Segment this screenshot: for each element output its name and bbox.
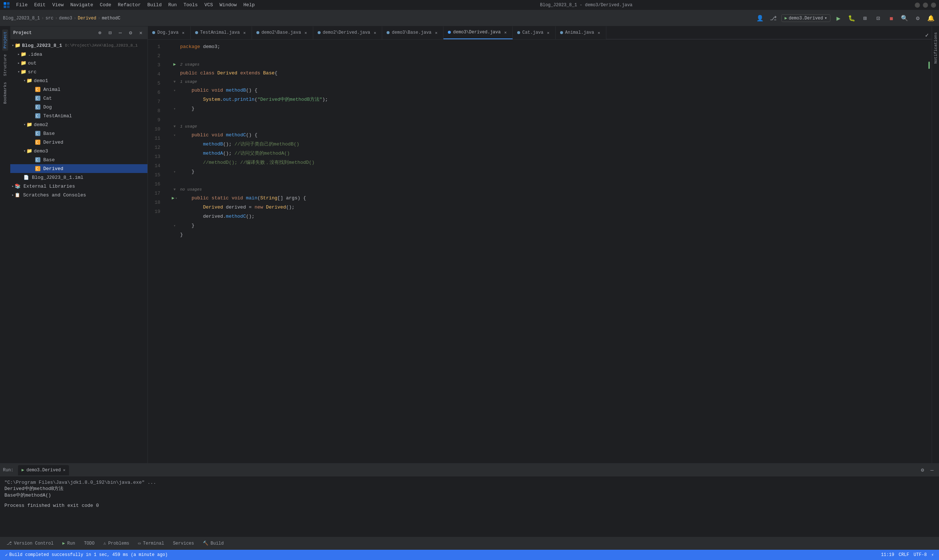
tab-close-demo2-base[interactable]: ✕ [303,30,308,35]
bottom-tab-close[interactable]: ✕ [63,468,66,472]
tree-demo2[interactable]: ▾ 📁 demo2 [10,120,148,129]
locate-file-button[interactable]: ⊕ [96,29,103,37]
status-crlf[interactable]: CRLF [896,552,911,557]
tab-demo2-derived[interactable]: demo2\Derived.java ✕ [313,26,382,39]
tree-ext-libs[interactable]: ▸ 📚 External Libraries [10,182,148,191]
tab-close-testanimal[interactable]: ✕ [242,30,247,35]
tree-demo2-base[interactable]: C Base [10,129,148,138]
menu-edit[interactable]: Edit [31,2,48,8]
breadcrumb-src[interactable]: src [45,16,54,21]
project-tab[interactable]: Project [2,29,8,51]
breadcrumb-methodc[interactable]: methodC [102,16,120,21]
menu-code[interactable]: Code [97,2,114,8]
bottom-settings-button[interactable]: ⚙ [919,466,927,474]
tab-animal[interactable]: Animal.java ✕ [556,26,606,39]
checkmark-button[interactable]: ✓ [922,32,932,39]
bottom-minimize-button[interactable]: — [928,466,936,474]
close-panel-button[interactable]: ✕ [137,29,145,37]
tree-iml[interactable]: 📄 Blog_J2023_8_1.iml [10,173,148,182]
fold-arrow-12[interactable]: ▾ [174,169,176,175]
tree-demo1[interactable]: ▾ 📁 demo1 [10,76,148,85]
tab-close-cat[interactable]: ✕ [546,30,551,35]
breadcrumb-project[interactable]: Blog_J2023_8_1 [3,16,40,21]
notifications-label[interactable]: Notifications [933,29,939,67]
fold-arrow-4[interactable]: ▼ [174,79,176,85]
menu-help[interactable]: Help [240,2,257,8]
settings-button[interactable]: ⚙ [913,13,923,23]
run-config-selector[interactable]: ▶ demo3.Derived ▾ [781,14,830,22]
code-editor[interactable]: 1 2 3 4 5 6 7 8 9 10 11 12 13 14 15 16 1… [148,40,932,463]
status-power[interactable]: ⚡ [929,552,936,558]
toolbar-tab-run[interactable]: ▶ Run [59,538,79,549]
menu-navigate[interactable]: Navigate [68,2,96,8]
toolbar-tab-problems[interactable]: ⚠ Problems [100,538,133,549]
status-encoding[interactable]: UTF-8 [911,552,929,557]
git-button[interactable]: ⎇ [768,13,778,23]
toolbar-tab-services[interactable]: Services [169,538,198,549]
debug-button[interactable]: 🐛 [846,13,857,23]
close-button[interactable]: ✕ [931,3,936,8]
fold-arrow-8[interactable]: ▼ [174,124,176,130]
tree-demo3-derived[interactable]: C Derived [10,164,148,173]
tree-demo1-cat[interactable]: C Cat [10,94,148,103]
panel-settings-button[interactable]: ⚙ [127,29,134,37]
tab-close-dog[interactable]: ✕ [181,30,186,35]
tree-demo3[interactable]: ▾ 📁 demo3 [10,146,148,155]
tree-root[interactable]: ▾ 📁 Blog_J2023_8_1 D:\Project\JAVA\Blog_… [10,41,148,50]
minimize-button[interactable]: — [915,3,920,8]
menu-run[interactable]: Run [165,2,180,8]
menu-file[interactable]: File [13,2,31,8]
tab-cat[interactable]: Cat.java ✕ [513,26,556,39]
console-output[interactable]: "C:\Program Files\Java\jdk1.8.0_192\bin\… [0,477,939,537]
toolbar-tab-build[interactable]: 🔨 Build [199,538,227,549]
menu-window[interactable]: Window [217,2,240,8]
fold-indicator-14[interactable]: ▾ [175,196,177,202]
profile-run-button[interactable]: ⊡ [873,13,883,23]
fold-indicator-4[interactable]: ▾ [174,88,176,94]
tree-scratches[interactable]: ▸ 📋 Scratches and Consoles [10,191,148,199]
tab-close-demo3-derived[interactable]: ✕ [503,30,508,35]
structure-tab[interactable]: Structure [2,52,8,78]
menu-vcs[interactable]: VCS [201,2,216,8]
run-button[interactable]: ▶ [833,13,843,23]
bottom-tab-demo3-derived[interactable]: ▶ demo3.Derived ✕ [18,465,69,475]
maximize-button[interactable]: □ [923,3,928,8]
coverage-button[interactable]: ⊞ [860,13,870,23]
tab-close-animal[interactable]: ✕ [597,30,601,35]
status-time[interactable]: 11:19 [879,552,896,557]
status-build-msg[interactable]: ✓ Build completed successfully in 1 sec,… [3,550,170,560]
tab-demo3-base[interactable]: demo3\Base.java ✕ [382,26,444,39]
code-text-area[interactable]: package demo3; ▶ 2 usages [166,40,927,463]
tree-out[interactable]: ▸ 📁 out [10,58,148,68]
menu-tools[interactable]: Tools [180,2,200,8]
toolbar-tab-terminal[interactable]: ▭ Terminal [135,538,168,549]
view-options-button[interactable]: ⋯ [117,29,124,37]
bookmarks-tab[interactable]: Bookmarks [2,80,8,106]
tree-demo2-derived[interactable]: C Derived [10,138,148,146]
toolbar-tab-todo[interactable]: TODO [80,538,98,549]
tab-dog-java[interactable]: Dog.java ✕ [148,26,191,39]
run-arrow-14[interactable]: ▶ [172,195,174,202]
fold-arrow-14[interactable]: ▼ [174,187,176,193]
profile-button[interactable]: 👤 [755,13,765,23]
notifications-button[interactable]: 🔔 [926,13,936,23]
tab-testanimal[interactable]: TestAnimal.java ✕ [191,26,252,39]
tab-demo2-base[interactable]: demo2\Base.java ✕ [252,26,313,39]
tree-src[interactable]: ▾ 📁 src [10,68,148,76]
fold-arrow-6[interactable]: ▾ [174,106,176,112]
tab-close-demo3-base[interactable]: ✕ [433,30,439,35]
tree-demo3-base[interactable]: C Base [10,155,148,164]
search-everywhere-button[interactable]: 🔍 [899,13,910,23]
toolbar-tab-version-control[interactable]: ⎇ Version Control [3,538,57,549]
menu-refactor[interactable]: Refactor [115,2,143,8]
run-arrow-3[interactable]: ▶ [173,61,176,68]
tree-demo1-animal[interactable]: C Animal [10,85,148,94]
tree-demo1-dog[interactable]: C Dog [10,103,148,111]
tree-demo1-testanimal[interactable]: C TestAnimal [10,111,148,120]
fold-indicator-8[interactable]: ▾ [174,133,176,138]
tab-close-demo2-derived[interactable]: ✕ [372,30,378,35]
collapse-all-button[interactable]: ⊟ [106,29,114,37]
tab-demo3-derived[interactable]: demo3\Derived.java ✕ [444,26,513,39]
fold-arrow-17[interactable]: ▾ [174,223,176,229]
stop-button[interactable]: ◼ [886,13,896,23]
